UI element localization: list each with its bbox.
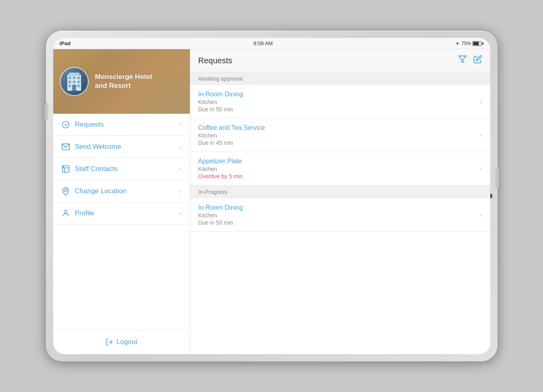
section-in-progress-label: In-Progress xyxy=(198,189,227,195)
sidebar-item-profile-label: Profile xyxy=(75,209,94,217)
svg-rect-5 xyxy=(69,81,71,83)
compose-button[interactable] xyxy=(473,55,482,66)
status-device-name: iPad xyxy=(60,40,71,46)
request-chevron-2: › xyxy=(480,131,482,139)
svg-rect-9 xyxy=(77,85,80,87)
sidebar: Monscierge Hoteland Resort Requests › xyxy=(53,49,190,354)
request-location-2: Kitchen xyxy=(198,132,265,139)
sidebar-item-change-location[interactable]: Change Location › xyxy=(53,180,190,202)
profile-chevron: › xyxy=(179,210,181,217)
hotel-header: Monscierge Hoteland Resort xyxy=(53,49,190,114)
status-right: ✴ 75% xyxy=(456,41,483,46)
requests-list: Awaiting approval In-Room Dining Kitchen… xyxy=(190,72,490,354)
logout-icon xyxy=(105,338,113,346)
requests-icon xyxy=(61,120,70,129)
send-welcome-chevron: › xyxy=(179,143,181,150)
main-content: Monscierge Hoteland Resort Requests › xyxy=(53,49,490,354)
request-location-3: Kitchen xyxy=(198,166,243,172)
tablet-screen: iPad 8:08 AM ✴ 75% xyxy=(53,38,490,354)
battery-percent: 75% xyxy=(461,41,471,46)
header-icons xyxy=(458,55,482,66)
svg-rect-6 xyxy=(73,81,75,83)
svg-rect-4 xyxy=(77,77,80,79)
sidebar-item-staff-contacts[interactable]: Staff Contacts › xyxy=(53,158,190,180)
profile-icon xyxy=(61,209,70,218)
svg-rect-1 xyxy=(69,73,79,76)
svg-rect-3 xyxy=(73,77,75,79)
svg-point-17 xyxy=(64,189,67,192)
request-item-in-room-dining-2[interactable]: In-Room Dining Kitchen Due in 50 min › xyxy=(190,198,490,232)
request-location-1: Kitchen xyxy=(198,99,243,105)
logout-section: Logout xyxy=(53,329,190,354)
section-awaiting-approval: Awaiting approval xyxy=(190,72,490,85)
sidebar-item-change-location-label: Change Location xyxy=(75,187,127,195)
contacts-icon xyxy=(61,165,70,173)
hotel-logo xyxy=(60,67,89,96)
status-time: 8:08 AM xyxy=(254,40,273,46)
request-due-1: Due in 50 min xyxy=(198,106,243,113)
sidebar-item-profile[interactable]: Profile › xyxy=(53,202,190,225)
logout-button[interactable]: Logout xyxy=(105,338,137,346)
svg-marker-20 xyxy=(458,56,466,63)
status-bar: iPad 8:08 AM ✴ 75% xyxy=(53,38,490,49)
requests-chevron: › xyxy=(179,121,181,128)
request-due-4: Due in 50 min xyxy=(198,219,243,226)
request-location-4: Kitchen xyxy=(198,212,243,219)
sidebar-item-staff-contacts-label: Staff Contacts xyxy=(75,165,118,173)
request-title-1: In-Room Dining xyxy=(198,91,243,98)
battery-icon xyxy=(472,41,483,46)
request-item-coffee-tea[interactable]: Coffee and Tea Service Kitchen Due in 45… xyxy=(190,119,490,152)
change-location-chevron: › xyxy=(179,188,181,195)
nav-items: Requests › Send Welcome › xyxy=(53,114,190,329)
request-title-4: In-Room Dining xyxy=(198,204,243,211)
filter-button[interactable] xyxy=(458,55,467,66)
request-due-3: Overdue by 5 min xyxy=(198,173,243,179)
request-item-appetizer-plate[interactable]: Appetizer Plate Kitchen Overdue by 5 min… xyxy=(190,152,490,186)
sidebar-item-send-welcome[interactable]: Send Welcome › xyxy=(53,136,190,158)
volume-button[interactable] xyxy=(44,103,48,119)
svg-rect-2 xyxy=(69,77,71,79)
section-in-progress: In-Progress xyxy=(190,186,490,198)
logout-label: Logout xyxy=(117,338,137,346)
svg-rect-8 xyxy=(69,85,71,87)
panel-title: Requests xyxy=(198,56,233,65)
section-awaiting-label: Awaiting approval xyxy=(198,75,243,82)
svg-point-16 xyxy=(63,167,64,167)
request-due-2: Due in 45 min xyxy=(198,140,265,146)
request-chevron-3: › xyxy=(480,165,482,172)
request-title-2: Coffee and Tea Service xyxy=(198,124,265,131)
sidebar-item-requests[interactable]: Requests › xyxy=(53,114,190,136)
hotel-name: Monscierge Hoteland Resort xyxy=(95,73,152,90)
email-icon xyxy=(61,142,70,151)
sleep-button[interactable] xyxy=(495,168,500,188)
right-panel: Requests xyxy=(190,49,490,354)
request-chevron-4: › xyxy=(480,211,482,219)
request-title-3: Appetizer Plate xyxy=(198,158,243,165)
svg-point-18 xyxy=(64,211,67,213)
request-chevron-1: › xyxy=(480,98,482,105)
sidebar-item-requests-label: Requests xyxy=(75,121,104,129)
tablet-frame: iPad 8:08 AM ✴ 75% xyxy=(46,31,497,361)
bluetooth-icon: ✴ xyxy=(456,41,460,46)
location-icon xyxy=(61,187,70,196)
svg-rect-7 xyxy=(77,81,80,83)
svg-rect-10 xyxy=(72,85,76,91)
request-item-in-room-dining-1[interactable]: In-Room Dining Kitchen Due in 50 min › xyxy=(190,85,490,119)
staff-contacts-chevron: › xyxy=(179,165,181,173)
sidebar-item-send-welcome-label: Send Welcome xyxy=(75,143,121,151)
panel-header: Requests xyxy=(190,49,490,72)
